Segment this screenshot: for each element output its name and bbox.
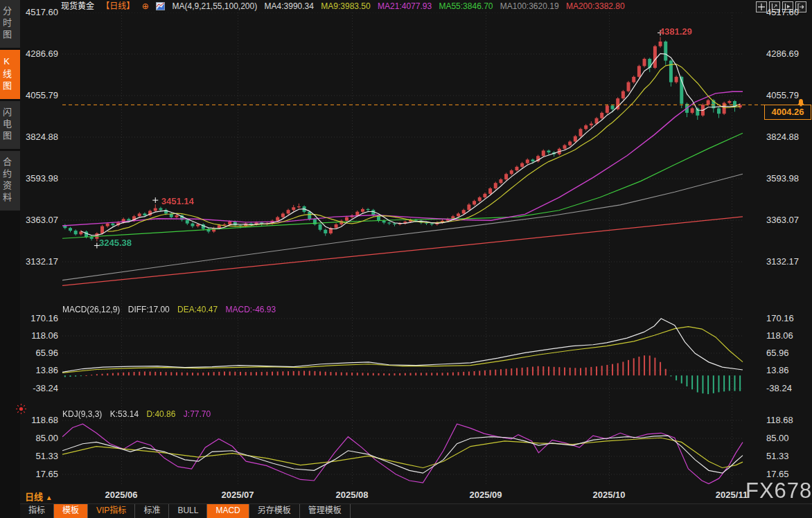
current-price-tag[interactable]: 4004.26 xyxy=(764,105,811,120)
period-badge[interactable]: 【日线】 xyxy=(101,1,134,11)
period-selector-label: 日线 xyxy=(25,492,43,502)
kdj-k-value: K:53.14 xyxy=(110,409,139,419)
ma9-value: MA9:3983.50 xyxy=(321,1,370,11)
macd-diff-value: DIFF:17.00 xyxy=(128,305,170,314)
macd-axis-tick: 65.96 xyxy=(766,348,811,358)
chart-type-sidebar: 分时图 K线图 闪电图 合约资料 xyxy=(0,0,20,518)
macd-axis-tick: -38.24 xyxy=(766,383,811,393)
tab-bull[interactable]: BULL xyxy=(169,504,207,518)
kdj-axis-tick: 51.33 xyxy=(766,451,811,461)
ma100-value: MA100:3620.19 xyxy=(500,1,559,11)
kdj-j-value: J:77.70 xyxy=(184,409,211,419)
kdj-axis-tick: 85.00 xyxy=(766,433,811,443)
price-axis-tick: 3363.07 xyxy=(766,215,811,225)
swing-low-annotation: 3245.38 xyxy=(99,238,132,248)
x-axis-month-label: 2025/08 xyxy=(330,490,374,500)
chevron-up-icon: ▲ xyxy=(46,494,53,501)
peak-price-annotation: 4381.29 xyxy=(660,26,692,37)
macd-macd-value: MACD:-46.93 xyxy=(225,305,276,314)
price-axis-tick: 4286.69 xyxy=(18,48,58,59)
period-selector[interactable]: 日线 ▲ xyxy=(25,490,53,503)
price-axis-tick: 3132.17 xyxy=(18,256,58,267)
ma4-value: MA4:3990.34 xyxy=(265,1,314,11)
price-axis-tick: 3593.98 xyxy=(18,173,58,184)
swing-high-annotation: 3451.14 xyxy=(161,196,194,206)
live-indicator-icon xyxy=(15,403,27,415)
price-axis-tick: 4517.60 xyxy=(766,7,811,17)
watermark: FX678 xyxy=(745,479,812,503)
macd-axis-tick: 65.96 xyxy=(18,348,58,358)
price-alert-icon[interactable] xyxy=(797,97,805,105)
kdj-d-value: D:40.86 xyxy=(146,409,175,419)
macd-panel-header: MACD(26,12,9) DIFF:17.00 DEA:40.47 MACD:… xyxy=(62,305,281,314)
sidebar-item-kline-chart[interactable]: K线图 xyxy=(0,50,20,99)
macd-title: MACD(26,12,9) xyxy=(62,305,120,314)
price-axis-tick: 3824.88 xyxy=(18,132,58,142)
chart-header: 现货黄金 【日线】 ⊕ MA(4,9,21,55,100,200) MA4:39… xyxy=(61,1,630,12)
ma200-value: MA200:3382.80 xyxy=(566,1,625,11)
sidebar-item-contract-info[interactable]: 合约资料 xyxy=(0,151,20,211)
trading-chart-app: 分时图 K线图 闪电图 合约资料 现货黄金 【日线】 ⊕ MA(4,9,21,5… xyxy=(0,0,812,518)
kdj-axis-tick: 118.68 xyxy=(18,415,58,425)
indicator-tabbar: 指标 模板 VIP指标 标准 BULL MACD 另存模板 管理模板 xyxy=(20,503,812,518)
kdj-axis-tick: 17.65 xyxy=(18,469,58,479)
kdj-panel-header: KDJ(9,3,3) K:53.14 D:40.86 J:77.70 xyxy=(62,409,216,419)
macd-axis-tick: 170.16 xyxy=(18,313,58,323)
sidebar-item-lightning-chart[interactable]: 闪电图 xyxy=(0,101,20,149)
tab-indicators[interactable]: 指标 xyxy=(20,504,54,518)
kdj-axis-tick: 51.33 xyxy=(18,451,58,461)
macd-axis-tick: 118.06 xyxy=(18,330,58,341)
ma55-value: MA55:3846.70 xyxy=(439,1,493,11)
price-axis-tick: 4055.79 xyxy=(18,90,58,100)
x-axis-month-label: 2025/06 xyxy=(99,490,143,500)
kdj-title: KDJ(9,3,3) xyxy=(62,409,102,419)
ma-params-label: MA(4,9,21,55,100,200) xyxy=(172,1,257,11)
tab-vip-indicators[interactable]: VIP指标 xyxy=(88,504,135,518)
kdj-axis-tick: 85.00 xyxy=(18,433,58,443)
symbol-name[interactable]: 现货黄金 xyxy=(61,1,94,11)
macd-axis-tick: 118.06 xyxy=(766,330,811,341)
kdj-axis-tick: 17.65 xyxy=(766,469,811,479)
macd-dea-value: DEA:40.47 xyxy=(177,305,218,314)
price-axis-tick: 3363.07 xyxy=(18,215,58,225)
x-axis-month-label: 2025/10 xyxy=(587,490,631,500)
price-axis-tick: 4517.60 xyxy=(18,7,58,17)
macd-axis-tick: 170.16 xyxy=(766,313,811,323)
price-axis-tick: 3593.98 xyxy=(766,173,811,184)
kdj-axis-tick: 118.68 xyxy=(766,415,811,425)
ma21-value: MA21:4077.93 xyxy=(378,1,432,11)
price-axis-tick: 3824.88 xyxy=(766,132,811,142)
x-axis-month-label: 2025/07 xyxy=(215,490,260,500)
sidebar-item-time-chart[interactable]: 分时图 xyxy=(0,0,20,48)
mini-chart-icon xyxy=(156,2,165,10)
indicator-settings-icon[interactable]: ⊕ xyxy=(142,1,149,11)
price-axis-tick: 4286.69 xyxy=(766,48,811,59)
tab-macd[interactable]: MACD xyxy=(207,504,249,518)
macd-axis-tick: -38.24 xyxy=(18,383,58,393)
tab-templates[interactable]: 模板 xyxy=(54,504,88,518)
pan-icon[interactable] xyxy=(756,1,767,12)
price-axis-tick: 3132.17 xyxy=(766,256,811,267)
macd-axis-tick: 13.86 xyxy=(766,365,811,375)
tab-manage-templates[interactable]: 管理模板 xyxy=(300,504,351,518)
tab-standard[interactable]: 标准 xyxy=(135,504,169,518)
tab-save-template[interactable]: 另存模板 xyxy=(249,504,300,518)
macd-axis-tick: 13.86 xyxy=(18,365,58,375)
x-axis-month-label: 2025/09 xyxy=(464,490,508,500)
